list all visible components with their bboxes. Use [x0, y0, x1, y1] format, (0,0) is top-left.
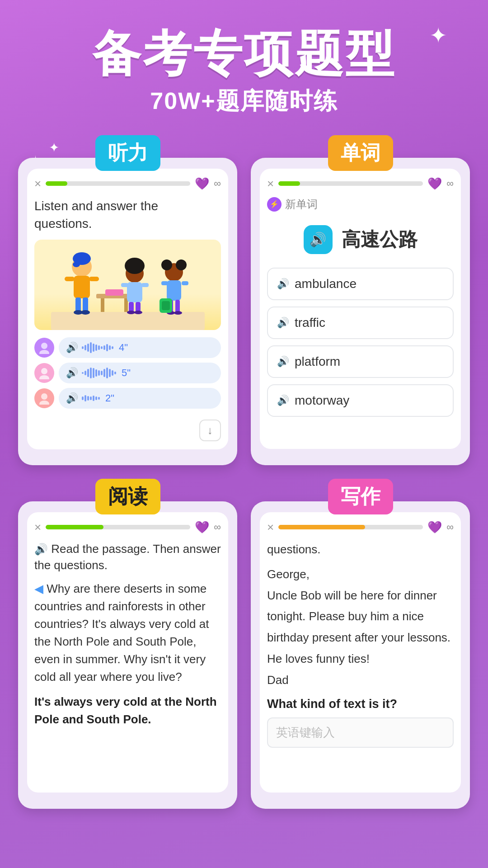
writing-card-wrapper: 写作 × 💜 ∞ questions. George, U [251, 479, 470, 809]
svg-rect-2 [101, 298, 104, 312]
read-sound-icon: 🔊 [34, 543, 48, 555]
option-sound-1: 🔊 [277, 278, 289, 290]
svg-rect-35 [162, 301, 170, 310]
star-top-right-icon: ✦ [429, 23, 447, 48]
audio-duration-3: 2" [105, 392, 114, 404]
svg-point-7 [73, 262, 80, 267]
listening-close-btn[interactable]: × [34, 177, 41, 191]
word-option-ambulance[interactable]: 🔊 ambulance [267, 268, 454, 300]
new-word-badge: ⚡ 新单词 [267, 197, 454, 212]
classroom-svg [51, 240, 205, 330]
vocabulary-card: × 💜 ∞ ⚡ 新单词 🔊 高速公 [251, 158, 470, 465]
option-sound-3: 🔊 [277, 356, 289, 368]
svg-point-36 [41, 343, 47, 349]
listening-progress-fill [46, 181, 67, 186]
audio-items-list: 🔊 [34, 337, 221, 409]
svg-rect-10 [89, 277, 99, 281]
svg-rect-19 [141, 283, 149, 287]
word-sound-button[interactable]: 🔊 [304, 225, 333, 254]
svg-rect-9 [65, 277, 75, 281]
audio-item-3: 🔊 2" [34, 388, 221, 409]
cards-grid: 听力 × 💜 ∞ Listen and answer the questions… [0, 126, 488, 827]
reading-close-btn[interactable]: × [34, 520, 41, 534]
svg-point-22 [127, 311, 135, 314]
audio-item-2: 🔊 [34, 363, 221, 383]
writing-top-text: questions. [267, 541, 454, 558]
vocabulary-close-btn[interactable]: × [267, 177, 274, 191]
svg-rect-28 [161, 281, 168, 285]
wave-icon-2: 🔊 [66, 367, 78, 379]
svg-point-33 [174, 311, 182, 315]
writing-progress-fill [278, 525, 365, 529]
wave-icon-1: 🔊 [66, 342, 78, 354]
vocabulary-progress-fill [278, 181, 300, 186]
writing-input-field[interactable]: 英语键输入 [267, 717, 454, 748]
svg-point-26 [176, 259, 187, 270]
word-option-motorway[interactable]: 🔊 motorway [267, 384, 454, 417]
word-option-traffic-text: traffic [295, 316, 325, 330]
writing-input-placeholder: 英语键输入 [276, 726, 335, 739]
writing-topbar: × 💜 ∞ [267, 520, 454, 534]
reading-heart-icon: 💜 [195, 520, 209, 534]
svg-rect-18 [121, 283, 128, 287]
svg-point-40 [41, 393, 47, 400]
svg-point-37 [39, 350, 49, 354]
svg-rect-11 [75, 297, 81, 312]
word-option-ambulance-text: ambulance [295, 277, 357, 291]
avatar-1 [34, 338, 54, 358]
option-sound-4: 🔊 [277, 395, 289, 406]
reading-progress-bar [46, 525, 190, 529]
svg-point-25 [161, 259, 172, 270]
classroom-illustration [34, 240, 221, 330]
listening-label: 听力 [95, 135, 160, 171]
reading-progress-fill [46, 525, 103, 529]
vocabulary-progress-bar [278, 181, 423, 186]
writing-close-btn[interactable]: × [267, 520, 274, 534]
listening-question: Listen and answer the questions. [34, 197, 221, 232]
word-option-platform[interactable]: 🔊 platform [267, 345, 454, 378]
writing-question: What kind of text is it? [267, 697, 454, 711]
writing-infinity-icon: ∞ [446, 521, 454, 533]
word-option-motorway-text: motorway [295, 393, 349, 408]
new-word-label: 新单词 [285, 197, 318, 212]
svg-rect-8 [74, 276, 90, 298]
vocabulary-label: 单词 [328, 135, 393, 171]
writing-card: × 💜 ∞ questions. George, Uncle Bob will … [251, 501, 470, 809]
word-chinese: 高速公路 [342, 227, 418, 252]
reading-topbar: × 💜 ∞ [34, 520, 221, 534]
audio-duration-1: 4" [119, 342, 128, 354]
audio-duration-2: 5" [122, 367, 131, 379]
listening-card: × 💜 ∞ Listen and answer the questions. [18, 158, 237, 465]
audio-wave-1[interactable]: 🔊 [59, 337, 221, 358]
listening-topbar: × 💜 ∞ [34, 177, 221, 191]
audio-wave-2[interactable]: 🔊 [59, 363, 221, 383]
writing-letter: George, Uncle Bob will be here for dinne… [267, 564, 454, 691]
reading-card-wrapper: 阅读 × 💜 ∞ 🔊 Read the passa [18, 479, 237, 809]
reading-label: 阅读 [95, 479, 160, 514]
word-options-list: 🔊 ambulance 🔊 traffic 🔊 platform 🔊 [267, 268, 454, 417]
download-icon: ↓ [207, 424, 213, 437]
badge-icon: ⚡ [267, 197, 282, 212]
wave-bars-3 [82, 395, 100, 401]
reading-infinity-icon: ∞ [214, 521, 221, 533]
listening-progress-bar [46, 181, 190, 186]
reading-card-inner: × 💜 ∞ 🔊 Read the passage. Then answer th… [27, 512, 228, 793]
word-option-traffic[interactable]: 🔊 traffic [267, 307, 454, 339]
reading-body: ◀ Why are there deserts in some countrie… [34, 580, 221, 686]
svg-rect-21 [136, 302, 141, 312]
writing-progress-bar [278, 525, 423, 529]
reading-answer: It's always very cold at the North Pole … [34, 693, 221, 728]
wave-bars-1 [82, 342, 113, 353]
svg-rect-31 [175, 300, 180, 312]
read-question-mark-icon: ◀ [34, 582, 43, 595]
listening-card-inner: × 💜 ∞ Listen and answer the questions. [27, 169, 228, 449]
svg-point-38 [41, 368, 47, 374]
audio-wave-3[interactable]: 🔊 2" [59, 388, 221, 409]
svg-rect-27 [167, 280, 181, 301]
listening-heart-icon: 💜 [195, 177, 209, 191]
svg-rect-3 [124, 298, 128, 312]
download-button[interactable]: ↓ [199, 420, 221, 441]
word-option-platform-text: platform [295, 354, 340, 369]
avatar-3 [34, 388, 54, 408]
vocabulary-infinity-icon: ∞ [446, 178, 454, 189]
